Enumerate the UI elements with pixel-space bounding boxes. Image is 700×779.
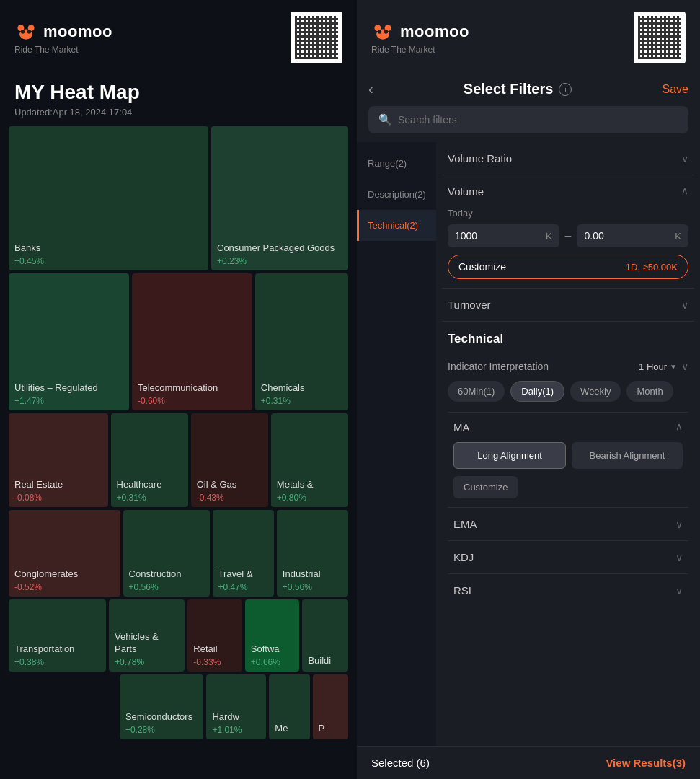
volume-chevron: ∨: [681, 186, 688, 198]
filter-nav: ‹ Select Filters i Save: [357, 75, 700, 106]
hm-cell-banks[interactable]: Banks +0.45%: [9, 126, 208, 270]
volume-header[interactable]: Volume ∨: [442, 175, 694, 208]
alignment-buttons: Long Alignment Bearish Alignment: [453, 442, 683, 469]
svg-point-4: [27, 30, 31, 33]
right-tagline: Ride The Market: [371, 45, 469, 55]
right-logo-text: moomoo: [400, 22, 469, 41]
heatmap: Banks +0.45% Consumer Packaged Goods +0.…: [0, 126, 357, 779]
hm-cell-utilities[interactable]: Utilities – Regulated +1.47%: [9, 273, 129, 410]
hm-cell-insurance[interactable]: P: [313, 674, 348, 739]
hm-cell-construction[interactable]: Construction +0.56%: [123, 510, 210, 597]
hm-cell-consumer[interactable]: Consumer Packaged Goods +0.23%: [211, 126, 348, 270]
svg-point-8: [378, 30, 381, 33]
ma-section: MA ∨ Long Alignment Bearish Alignment Cu…: [448, 412, 688, 507]
turnover-title: Turnover: [448, 299, 490, 311]
volume-min-input[interactable]: [455, 230, 498, 242]
left-header: moomoo Ride The Market: [0, 0, 357, 75]
time-period-badge[interactable]: 1 Hour ▼: [639, 361, 677, 372]
time-filter-month[interactable]: Month: [626, 381, 673, 402]
hm-cell-software[interactable]: Softwa +0.66%: [245, 599, 300, 672]
turnover-section: Turnover ∨: [442, 289, 694, 322]
technical-title: Technical: [448, 327, 688, 351]
range-inputs: K – K: [448, 224, 688, 247]
info-icon[interactable]: i: [559, 83, 572, 96]
moomoo-logo-icon: [14, 20, 37, 43]
hm-row-5: Transportation +0.38% Vehicles & Parts +…: [9, 599, 348, 672]
ma-customize-button[interactable]: Customize: [453, 476, 518, 498]
sidebar-item-technical[interactable]: Technical(2): [357, 210, 436, 241]
updated-text: Updated:Apr 18, 2024 17:04: [0, 107, 357, 126]
indicator-chevron: ∨: [681, 361, 688, 372]
left-logo-area: moomoo Ride The Market: [14, 20, 112, 55]
hm-cell-conglomerates[interactable]: Conglomerates -0.52%: [9, 510, 120, 597]
volume-ratio-title: Volume Ratio: [448, 152, 512, 164]
search-bar: 🔍: [368, 106, 688, 133]
left-tagline: Ride The Market: [14, 45, 112, 55]
view-results-button[interactable]: View Results(3): [606, 757, 686, 769]
left-logo-text: moomoo: [43, 22, 112, 41]
volume-max-unit: K: [675, 231, 681, 242]
range-dash: –: [565, 229, 572, 242]
turnover-chevron: ∨: [681, 299, 688, 311]
right-qr-pattern: [638, 16, 681, 59]
customize-label: Customize: [458, 261, 506, 273]
hm-cell-chemicals[interactable]: Chemicals +0.31%: [255, 273, 348, 410]
hm-row-2: Utilities – Regulated +1.47% Telecommuni…: [9, 273, 348, 410]
hm-cell-travel[interactable]: Travel & +0.47%: [213, 510, 274, 597]
right-panel: moomoo Ride The Market ‹ Select Filters …: [357, 0, 700, 779]
filter-sidebar: Range(2) Description(2) Technical(2): [357, 142, 436, 746]
hm-cell-industrial[interactable]: Industrial +0.56%: [277, 510, 348, 597]
volume-ratio-header[interactable]: Volume Ratio ∨: [442, 142, 694, 175]
sidebar-item-range[interactable]: Range(2): [357, 148, 436, 179]
volume-max-input[interactable]: [584, 230, 627, 242]
right-header: moomoo Ride The Market: [357, 0, 700, 75]
ema-chevron: ∨: [675, 519, 683, 530]
hm-cell-metals[interactable]: Metals & +0.80%: [271, 413, 348, 507]
hm-cell-retail[interactable]: Retail -0.33%: [187, 599, 242, 672]
save-button[interactable]: Save: [663, 83, 688, 96]
turnover-header[interactable]: Turnover ∨: [442, 289, 694, 321]
ema-label: EMA: [453, 518, 477, 530]
back-button[interactable]: ‹: [368, 81, 373, 97]
hm-cell-transportation[interactable]: Transportation +0.38%: [9, 599, 106, 672]
sidebar-item-description[interactable]: Description(2): [357, 179, 436, 210]
volume-min-unit: K: [546, 231, 552, 242]
hm-cell-building[interactable]: Buildi: [302, 599, 348, 672]
svg-point-9: [384, 30, 388, 33]
left-logo-row: moomoo: [14, 20, 112, 43]
indicator-label: Indicator Interpretation: [448, 361, 549, 372]
volume-ratio-chevron: ∨: [681, 153, 688, 164]
volume-max-box: K: [577, 224, 688, 247]
customize-button[interactable]: Customize 1D, ≥50.00K: [448, 255, 688, 279]
volume-content: Today K – K Customize: [442, 208, 694, 288]
hm-cell-realestate[interactable]: Real Estate -0.08%: [9, 413, 108, 507]
long-alignment-button[interactable]: Long Alignment: [453, 442, 566, 469]
today-label: Today: [448, 208, 688, 219]
time-filter-daily[interactable]: Daily(1): [510, 381, 564, 402]
volume-min-box: K: [448, 224, 559, 247]
ema-section[interactable]: EMA ∨: [448, 507, 688, 540]
hm-cell-healthcare[interactable]: Healthcare +0.31%: [111, 413, 188, 507]
hm-row-6: Semiconductors +0.28% Hardw +1.01% Me P: [9, 674, 348, 739]
hm-cell-vehicles[interactable]: Vehicles & Parts +0.78%: [109, 599, 185, 672]
hm-cell-oilgas[interactable]: Oil & Gas -0.43%: [191, 413, 268, 507]
right-logo-row: moomoo: [371, 20, 469, 43]
customize-range: 1D, ≥50.00K: [626, 262, 678, 273]
right-qr-code: [634, 12, 686, 63]
bearish-alignment-button[interactable]: Bearish Alignment: [572, 442, 683, 469]
hm-cell-media[interactable]: Me: [269, 674, 309, 739]
search-input[interactable]: [398, 114, 678, 126]
rsi-section[interactable]: RSI ∨: [448, 573, 688, 607]
hm-row-1: Banks +0.45% Consumer Packaged Goods +0.…: [9, 126, 348, 270]
indicator-right: 1 Hour ▼ ∨: [639, 361, 688, 372]
hm-cell-hardware[interactable]: Hardw +1.01%: [206, 674, 266, 739]
kdj-chevron: ∨: [675, 552, 683, 563]
kdj-section[interactable]: KDJ ∨: [448, 540, 688, 573]
left-panel: moomoo Ride The Market MY Heat Map Updat…: [0, 0, 357, 779]
svg-point-3: [21, 30, 25, 33]
time-filter-60min[interactable]: 60Min(1): [448, 381, 505, 402]
hm-cell-telecom[interactable]: Telecommunication -0.60%: [132, 273, 252, 410]
hm-cell-semiconductors[interactable]: Semiconductors +0.28%: [120, 674, 203, 739]
time-filter-weekly[interactable]: Weekly: [570, 381, 621, 402]
right-logo-area: moomoo Ride The Market: [371, 20, 469, 55]
